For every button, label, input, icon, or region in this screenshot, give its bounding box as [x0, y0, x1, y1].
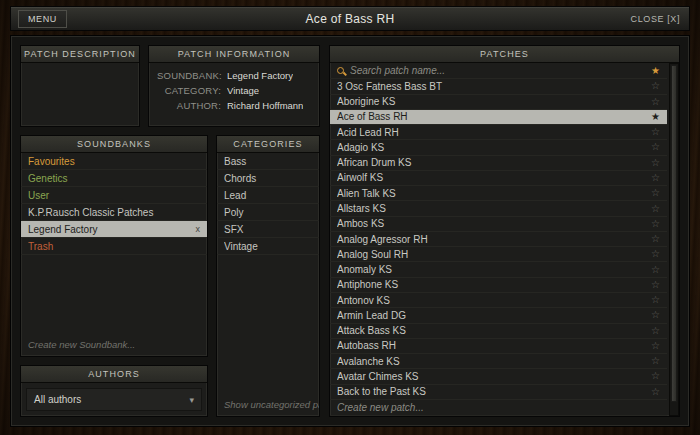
authors-dropdown-value: All authors: [34, 394, 81, 405]
patch-row[interactable]: Avalanche KS☆: [330, 354, 667, 369]
soundbank-label: K.P.Rausch Classic Patches: [28, 207, 200, 218]
patch-row[interactable]: 3 Osc Fatness Bass BT☆: [330, 79, 667, 94]
patch-row[interactable]: Adagio KS☆: [330, 140, 667, 155]
patch-info-fields: SOUNDBANK:Legend FactoryCATEGORY:Vintage…: [149, 63, 319, 118]
patch-row[interactable]: Antiphone KS☆: [330, 278, 667, 293]
soundbank-row[interactable]: Legend Factoryx: [21, 221, 207, 238]
chevron-down-icon: ▾: [189, 395, 194, 405]
patch-name: Antonov KS: [337, 295, 645, 306]
patch-name: Avatar Chimes KS: [337, 371, 645, 382]
scrollbar-thumb[interactable]: [671, 65, 677, 402]
soundbank-row[interactable]: Genetics: [21, 170, 207, 187]
patch-row[interactable]: Attack Bass KS☆: [330, 324, 667, 339]
patch-row[interactable]: Alien Talk KS☆: [330, 186, 667, 201]
category-row[interactable]: Bass: [217, 153, 319, 170]
favorites-filter-star-icon[interactable]: ★: [645, 66, 660, 76]
patch-name: African Drum KS: [337, 157, 645, 168]
patch-row[interactable]: Airwolf KS☆: [330, 171, 667, 186]
favorite-star-icon[interactable]: ☆: [645, 81, 660, 91]
patch-search-field[interactable]: Search patch name... ★: [330, 63, 667, 79]
patch-row[interactable]: Avatar Chimes KS☆: [330, 369, 667, 384]
patch-name: Adagio KS: [337, 142, 645, 153]
patch-name: Acid Lead RH: [337, 127, 645, 138]
authors-panel: AUTHORS All authors ▾: [20, 365, 208, 417]
soundbank-row[interactable]: Favourites: [21, 153, 207, 170]
close-button[interactable]: CLOSE [X]: [631, 14, 680, 24]
patch-name: Anomaly KS: [337, 264, 645, 275]
favorite-star-icon[interactable]: ☆: [645, 341, 660, 351]
favorite-star-icon[interactable]: ☆: [645, 371, 660, 381]
favorite-star-icon[interactable]: ☆: [645, 234, 660, 244]
patch-name: Back to the Past KS: [337, 386, 645, 397]
create-soundbank-link[interactable]: Create new Soundbank...: [21, 335, 207, 356]
remove-soundbank-button[interactable]: x: [192, 224, 201, 234]
authors-dropdown[interactable]: All authors ▾: [26, 388, 202, 411]
patch-name: Autobass RH: [337, 340, 645, 351]
patch-row[interactable]: Ambos KS☆: [330, 217, 667, 232]
panel-header: PATCH DESCRIPTION: [21, 46, 139, 63]
patch-name: 3 Osc Fatness Bass BT: [337, 81, 645, 92]
show-uncategorized-link[interactable]: Show uncategorized patches...: [217, 395, 319, 416]
patch-info-row: SOUNDBANK:Legend Factory: [157, 70, 311, 81]
category-row[interactable]: Lead: [217, 187, 319, 204]
patch-name: Analog Soul RH: [337, 249, 645, 260]
window-frame: MENU Ace of Bass RH CLOSE [X] PATCH DESC…: [0, 0, 700, 435]
patch-name: Aborigine KS: [337, 96, 645, 107]
favorite-star-icon[interactable]: ☆: [645, 265, 660, 275]
categories-panel: CATEGORIES BassChordsLeadPolySFXVintage …: [216, 135, 320, 417]
soundbank-label: Favourites: [28, 156, 200, 167]
patch-row[interactable]: Antonov KS☆: [330, 293, 667, 308]
favorite-star-icon[interactable]: ☆: [645, 310, 660, 320]
favorite-star-icon[interactable]: ☆: [645, 249, 660, 259]
category-row[interactable]: Vintage: [217, 238, 319, 255]
menu-button[interactable]: MENU: [18, 10, 67, 28]
patch-row[interactable]: Back to the Past KS☆: [330, 385, 667, 400]
search-placeholder: Search patch name...: [350, 65, 645, 76]
favorite-star-icon[interactable]: ☆: [645, 387, 660, 397]
patch-row[interactable]: Acid Lead RH☆: [330, 125, 667, 140]
patch-row[interactable]: Aborigine KS☆: [330, 95, 667, 110]
soundbank-row[interactable]: Trash: [21, 238, 207, 255]
category-label: SFX: [224, 224, 312, 235]
favorite-star-icon[interactable]: ☆: [645, 142, 660, 152]
favorite-star-icon[interactable]: ☆: [645, 127, 660, 137]
favorite-star-icon[interactable]: ☆: [645, 219, 660, 229]
panel-header: SOUNDBANKS: [21, 136, 207, 153]
patch-row[interactable]: Autobass RH☆: [330, 339, 667, 354]
search-icon: [337, 67, 344, 74]
patch-row[interactable]: Armin Lead DG☆: [330, 308, 667, 323]
patch-name: Alien Talk KS: [337, 188, 645, 199]
patch-info-label: CATEGORY:: [157, 85, 221, 96]
patch-row[interactable]: Ace of Bass RH★: [330, 110, 667, 125]
create-patch-link[interactable]: Create new patch...: [330, 400, 667, 416]
patch-row[interactable]: Analog Soul RH☆: [330, 247, 667, 262]
patch-row[interactable]: Analog Agressor RH☆: [330, 232, 667, 247]
bottom-row: SOUNDBANKS FavouritesGeneticsUserK.P.Rau…: [20, 135, 320, 417]
favorite-star-icon[interactable]: ☆: [645, 97, 660, 107]
favorite-star-icon[interactable]: ☆: [645, 280, 660, 290]
panel-header: PATCH INFORMATION: [149, 46, 319, 63]
favorite-star-icon[interactable]: ☆: [645, 295, 660, 305]
patch-row[interactable]: Allstars KS☆: [330, 201, 667, 216]
soundbank-label: Genetics: [28, 173, 200, 184]
category-row[interactable]: SFX: [217, 221, 319, 238]
patches-panel: PATCHES Search patch name... ★ 3 Osc Fat…: [329, 45, 680, 417]
category-label: Poly: [224, 207, 312, 218]
favorite-star-icon[interactable]: ☆: [645, 204, 660, 214]
favorite-star-icon[interactable]: ★: [645, 112, 660, 122]
favorite-star-icon[interactable]: ☆: [645, 326, 660, 336]
favorite-star-icon[interactable]: ☆: [645, 356, 660, 366]
patches-body: Search patch name... ★ 3 Osc Fatness Bas…: [330, 63, 679, 416]
favorite-star-icon[interactable]: ☆: [645, 188, 660, 198]
soundbank-label: Trash: [28, 241, 200, 252]
patches-scrollbar[interactable]: [669, 63, 679, 416]
favorite-star-icon[interactable]: ☆: [645, 158, 660, 168]
top-row: PATCH DESCRIPTION PATCH INFORMATION SOUN…: [20, 45, 320, 127]
patch-row[interactable]: African Drum KS☆: [330, 156, 667, 171]
category-row[interactable]: Poly: [217, 204, 319, 221]
favorite-star-icon[interactable]: ☆: [645, 173, 660, 183]
soundbank-row[interactable]: User: [21, 187, 207, 204]
soundbank-row[interactable]: K.P.Rausch Classic Patches: [21, 204, 207, 221]
patch-row[interactable]: Anomaly KS☆: [330, 262, 667, 277]
category-row[interactable]: Chords: [217, 170, 319, 187]
